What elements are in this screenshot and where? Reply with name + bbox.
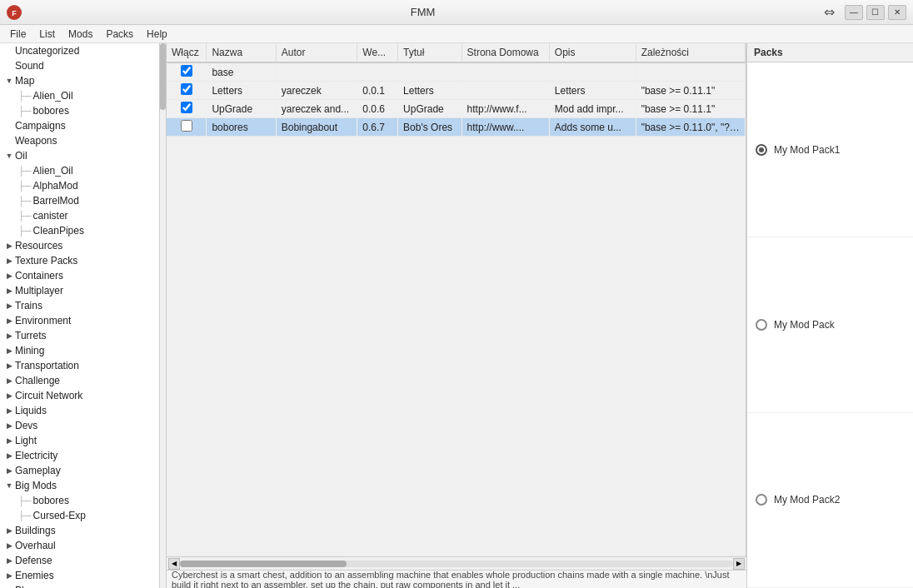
tree-label: Map <box>15 75 34 87</box>
sidebar-item-player[interactable]: ▶Player <box>0 583 159 588</box>
sidebar-item-challenge[interactable]: ▶Challenge <box>0 373 159 388</box>
hscroll-thumb[interactable] <box>180 561 347 567</box>
pack-item-pack1[interactable]: My Mod Pack1 <box>747 62 913 237</box>
row-cell-opis: Mod add impr... <box>549 100 636 118</box>
col-header-tytul[interactable]: Tytuł <box>398 43 462 62</box>
pack-item-pack2[interactable]: My Mod Pack <box>747 237 913 412</box>
sidebar-item-containers[interactable]: ▶Containers <box>0 268 159 283</box>
sidebar-item-circuit-network[interactable]: ▶Circuit Network <box>0 388 159 403</box>
row-cell-zaleznosci: "base >= 0.11.1" <box>636 82 745 100</box>
sidebar-item-oil-cleanpipes[interactable]: ├─CleanPipes <box>0 223 159 238</box>
sidebar-item-turrets[interactable]: ▶Turrets <box>0 328 159 343</box>
sidebar-item-alien-oil[interactable]: ├─Alien_Oil <box>0 88 159 103</box>
tree-label: Big Mods <box>15 480 57 491</box>
sidebar-item-big-bobores[interactable]: ├─bobores <box>0 493 159 508</box>
sidebar-item-defense[interactable]: ▶Defense <box>0 553 159 568</box>
sidebar-scrollbar[interactable] <box>159 43 166 588</box>
pack-item-pack3[interactable]: My Mod Pack2 <box>747 413 913 588</box>
col-header-wlacz[interactable]: Włącz <box>167 43 207 62</box>
sidebar-item-trains[interactable]: ▶Trains <box>0 298 159 313</box>
menu-file[interactable]: File <box>3 27 32 42</box>
sidebar-item-big-mods[interactable]: ▼Big Mods <box>0 478 159 493</box>
swap-button[interactable]: ⇔ <box>824 4 835 20</box>
sidebar-item-liquids[interactable]: ▶Liquids <box>0 403 159 418</box>
tree-label: Campaigns <box>15 120 66 132</box>
tree-label: Turrets <box>15 330 47 341</box>
tree-label: Overhaul <box>15 540 56 551</box>
row-cell-nazwa: UpGrade <box>207 100 276 118</box>
pack-radio[interactable] <box>756 144 767 156</box>
title-bar-left: F <box>7 5 22 20</box>
row-checkbox-cell <box>167 118 207 137</box>
table-row[interactable]: UpGradeyareczek and...0.0.6UpGradehttp:/… <box>167 100 746 118</box>
maximize-button[interactable]: ☐ <box>866 5 885 20</box>
sidebar: UncategorizedSound▼Map├─Alien_Oil├─bobor… <box>0 43 167 588</box>
pack-radio[interactable] <box>756 319 767 331</box>
sidebar-item-campaigns[interactable]: Campaigns <box>0 118 159 133</box>
sidebar-item-big-cursed-exp[interactable]: ├─Cursed-Exp <box>0 508 159 523</box>
sidebar-item-weapons[interactable]: Weapons <box>0 133 159 148</box>
sidebar-item-sound[interactable]: Sound <box>0 58 159 73</box>
sidebar-item-enemies[interactable]: ▶Enemies <box>0 568 159 583</box>
col-header-wer[interactable]: We... <box>357 43 398 62</box>
row-checkbox[interactable] <box>181 65 192 77</box>
col-header-strona[interactable]: Strona Domowa <box>461 43 549 62</box>
table-row[interactable]: base <box>167 62 746 82</box>
sidebar-item-texture-packs[interactable]: ▶Texture Packs <box>0 253 159 268</box>
sidebar-item-map[interactable]: ▼Map <box>0 73 159 88</box>
table-row[interactable]: Lettersyareczek0.0.1LettersLetters"base … <box>167 82 746 100</box>
title-bar-controls: ⇔ — ☐ ✕ <box>824 4 906 20</box>
row-cell-strona: http://www.f... <box>461 100 549 118</box>
sidebar-item-multiplayer[interactable]: ▶Multiplayer <box>0 283 159 298</box>
svg-text:F: F <box>12 9 17 17</box>
tree-label: Buildings <box>15 525 56 536</box>
col-header-zaleznosci[interactable]: Zależności <box>636 43 745 62</box>
sidebar-item-bobores[interactable]: ├─bobores <box>0 103 159 118</box>
tree-label: Weapons <box>15 135 57 147</box>
tree-arrow: ▶ <box>3 330 15 341</box>
sidebar-item-light[interactable]: ▶Light <box>0 433 159 448</box>
tree-label: Defense <box>15 555 52 566</box>
menu-list[interactable]: List <box>32 27 62 42</box>
col-header-nazwa[interactable]: Nazwa <box>207 43 276 62</box>
tree-label: AlphaMod <box>33 180 78 192</box>
pack-label: My Mod Pack <box>774 319 835 331</box>
sidebar-item-resources[interactable]: ▶Resources <box>0 238 159 253</box>
hscroll-right-arrow[interactable]: ▶ <box>733 558 745 570</box>
sidebar-item-overhaul[interactable]: ▶Overhaul <box>0 538 159 553</box>
sidebar-item-buildings[interactable]: ▶Buildings <box>0 523 159 538</box>
pack-radio[interactable] <box>756 494 767 506</box>
row-cell-wer: 0.0.1 <box>357 82 398 100</box>
close-button[interactable]: ✕ <box>888 5 906 20</box>
tree-label: Enemies <box>15 570 54 581</box>
menu-mods[interactable]: Mods <box>62 27 99 42</box>
row-checkbox[interactable] <box>181 102 192 113</box>
col-header-autor[interactable]: Autor <box>276 43 357 62</box>
row-cell-strona: http://www.... <box>461 118 549 137</box>
sidebar-item-oil[interactable]: ▼Oil <box>0 148 159 163</box>
sidebar-item-environment[interactable]: ▶Environment <box>0 313 159 328</box>
app-title: FMM <box>411 6 436 18</box>
sidebar-item-oil-canister[interactable]: ├─canister <box>0 208 159 223</box>
sidebar-item-devs[interactable]: ▶Devs <box>0 418 159 433</box>
row-checkbox[interactable] <box>181 120 192 132</box>
sidebar-item-transportation[interactable]: ▶Transportation <box>0 358 159 373</box>
sidebar-item-mining[interactable]: ▶Mining <box>0 343 159 358</box>
sidebar-item-gameplay[interactable]: ▶Gameplay <box>0 463 159 478</box>
table-row[interactable]: boboresBobingabout0.6.7Bob's Oreshttp://… <box>167 118 746 137</box>
row-checkbox[interactable] <box>181 83 192 95</box>
sidebar-item-electricity[interactable]: ▶Electricity <box>0 448 159 463</box>
sidebar-item-uncategorized[interactable]: Uncategorized <box>0 43 159 58</box>
hscroll-track[interactable] <box>180 561 733 567</box>
col-header-opis[interactable]: Opis <box>549 43 636 62</box>
sidebar-item-oil-alien-oil[interactable]: ├─Alien_Oil <box>0 163 159 178</box>
sidebar-item-oil-barrelmod[interactable]: ├─BarrelMod <box>0 193 159 208</box>
minimize-button[interactable]: — <box>845 5 863 20</box>
hscroll-bar[interactable]: ◀ ▶ <box>167 556 746 570</box>
sidebar-scroll[interactable]: UncategorizedSound▼Map├─Alien_Oil├─bobor… <box>0 43 159 588</box>
menu-packs[interactable]: Packs <box>99 27 140 42</box>
hscroll-left-arrow[interactable]: ◀ <box>168 558 180 570</box>
table-wrapper[interactable]: WłączNazwaAutorWe...TytułStrona DomowaOp… <box>167 43 746 556</box>
sidebar-item-oil-alphamod[interactable]: ├─AlphaMod <box>0 178 159 193</box>
menu-help[interactable]: Help <box>140 27 174 42</box>
